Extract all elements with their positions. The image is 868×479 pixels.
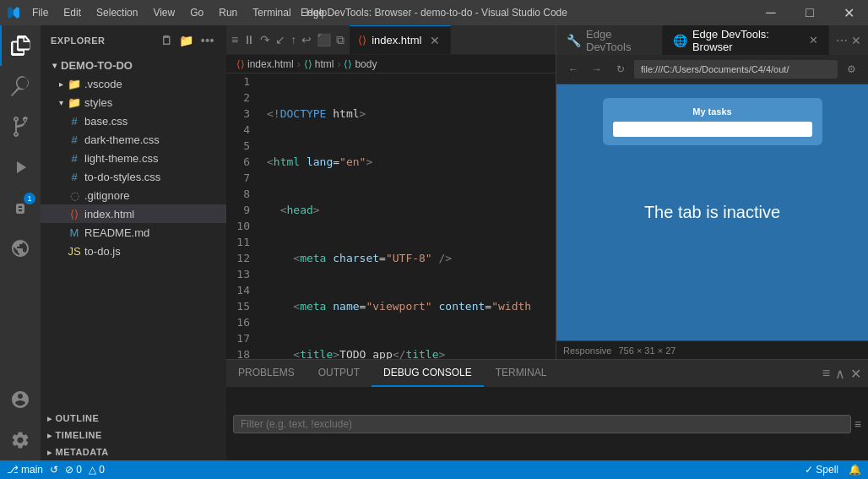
git-branch-status[interactable]: ⎇ main <box>7 464 43 476</box>
bell-icon: 🔔 <box>849 464 861 476</box>
split-editor-icon[interactable]: ≡ <box>231 33 238 46</box>
activity-remote-explorer[interactable] <box>0 228 41 269</box>
dark-theme-label: dark-theme.css <box>84 133 160 146</box>
tab-close-button[interactable]: ✕ <box>430 34 440 47</box>
sidebar-item-vscode[interactable]: ▸ 📁 .vscode <box>41 74 226 93</box>
tab-index-html[interactable]: ⟨⟩ index.html ✕ <box>350 25 451 54</box>
sidebar-item-light-theme[interactable]: # light-theme.css <box>41 149 226 167</box>
nav-url-input[interactable] <box>634 60 838 79</box>
project-arrow: ▾ <box>47 61 61 70</box>
notifications-status[interactable]: 🔔 <box>849 464 861 476</box>
activity-explorer[interactable] <box>0 25 41 66</box>
css-icon: # <box>68 115 81 128</box>
devtools-content: My tasks The tab is inactive Responsive … <box>556 84 868 359</box>
sync-status[interactable]: ↺ <box>50 464 58 476</box>
terminal-label: TERMINAL <box>496 367 547 378</box>
nav-forward-button[interactable]: → <box>587 59 607 79</box>
breadcrumb-sep-2: › <box>337 58 340 70</box>
code-content[interactable]: <!DOCTYPE html> <html lang="en"> <head> … <box>260 73 556 359</box>
sidebar-item-dark-theme[interactable]: # dark-theme.css <box>41 130 226 149</box>
stop-icon[interactable]: ⬛ <box>317 33 331 46</box>
new-folder-icon[interactable]: 📁 <box>177 32 196 49</box>
activity-settings[interactable] <box>0 420 41 460</box>
project-root[interactable]: ▾ DEMO-TO-DO <box>41 56 226 74</box>
maximize-panel-icon[interactable]: ∧ <box>835 366 845 382</box>
devtools-tab-devtools[interactable]: 🔧 Edge DevTools <box>556 25 663 55</box>
menu-go[interactable]: Go <box>183 5 210 20</box>
nav-back-button[interactable]: ← <box>563 59 583 79</box>
sidebar-item-styles[interactable]: ▾ 📁 styles <box>41 93 226 112</box>
bottom-content: ≡ <box>226 387 868 460</box>
filter-settings-icon[interactable]: ≡ <box>854 417 861 431</box>
devtools-tab-browser[interactable]: 🌐 Edge DevTools: Browser ✕ <box>663 25 829 55</box>
metadata-section[interactable]: ▸ METADATA <box>41 444 226 460</box>
menu-file[interactable]: File <box>25 5 55 20</box>
activity-accounts[interactable] <box>0 379 41 420</box>
more-actions-icon[interactable]: ••• <box>199 32 216 49</box>
output-label: OUTPUT <box>318 367 360 378</box>
sidebar-item-gitignore[interactable]: ◌ .gitignore <box>41 186 226 204</box>
editor-tab-bar: ≡ ⏸ ↷ ↙ ↑ ↩ ⬛ ⧉ ⟨⟩ index.html ✕ <box>226 25 556 55</box>
check-icon: ✓ <box>805 464 813 476</box>
timeline-section[interactable]: ▸ TIMELINE <box>41 427 226 444</box>
bottom-tab-debug-console[interactable]: DEBUG CONSOLE <box>372 360 484 387</box>
menu-run[interactable]: Run <box>212 5 244 20</box>
customize-icon[interactable]: ⋯ <box>836 34 848 47</box>
outline-section[interactable]: ▸ OUTLINE <box>41 410 226 427</box>
step-out-icon[interactable]: ↑ <box>290 33 296 46</box>
activity-run-debug[interactable] <box>0 147 41 188</box>
dark-css-icon: # <box>68 133 81 146</box>
styles-folder-icon: 📁 <box>68 96 81 109</box>
menu-view[interactable]: View <box>146 5 182 20</box>
js-icon: JS <box>68 245 81 258</box>
console-settings-icon[interactable]: ≡ <box>822 366 830 381</box>
warnings-status[interactable]: △ 0 <box>89 464 105 476</box>
bottom-tab-output[interactable]: OUTPUT <box>307 360 372 387</box>
pause-icon[interactable]: ⏸ <box>243 33 255 46</box>
menu-edit[interactable]: Edit <box>57 5 88 20</box>
menu-terminal[interactable]: Terminal <box>246 5 297 20</box>
sidebar-item-todo-js[interactable]: JS to-do.js <box>41 242 226 260</box>
step-over-icon[interactable]: ↷ <box>260 33 270 46</box>
close-button[interactable]: ✕ <box>829 0 868 25</box>
inactive-message: The tab is inactive <box>644 203 780 222</box>
filter-input[interactable] <box>233 415 851 433</box>
sidebar-item-base-css[interactable]: # base.css <box>41 112 226 130</box>
title-bar-left: File Edit Selection View Go Run Terminal… <box>7 5 334 20</box>
activity-bar: 1 <box>0 25 41 460</box>
sidebar-header: Explorer 🗒 📁 ••• <box>41 25 226 56</box>
activity-source-control[interactable] <box>0 106 41 147</box>
devtools-panel: 🔧 Edge DevTools 🌐 Edge DevTools: Browser… <box>556 25 868 359</box>
devtools-open-icon[interactable]: ⧉ <box>336 33 344 47</box>
nav-refresh-button[interactable]: ↻ <box>610 59 631 79</box>
activity-search[interactable] <box>0 66 41 106</box>
sidebar-item-index-html[interactable]: ⟨⟩ index.html <box>41 204 226 223</box>
status-bar-left: ⎇ main ↺ ⊘ 0 △ 0 <box>7 464 105 476</box>
metadata-label: METADATA <box>56 447 109 457</box>
timeline-arrow: ▸ <box>47 431 52 440</box>
responsive-label[interactable]: Responsive <box>563 346 611 356</box>
menu-selection[interactable]: Selection <box>90 5 144 20</box>
errors-status[interactable]: ⊘ 0 <box>65 464 82 476</box>
maximize-button[interactable]: □ <box>790 0 829 25</box>
step-into-icon[interactable]: ↙ <box>275 33 285 46</box>
devtools-panel-close[interactable]: ✕ <box>851 34 861 47</box>
close-panel-icon[interactable]: ✕ <box>850 366 861 382</box>
nav-settings-icon[interactable]: ⚙ <box>841 59 861 79</box>
bottom-tab-problems[interactable]: PROBLEMS <box>226 360 307 387</box>
browser-tab-close[interactable]: ✕ <box>809 34 818 46</box>
new-file-icon[interactable]: 🗒 <box>159 32 175 49</box>
restart-icon[interactable]: ↩ <box>301 33 312 46</box>
activity-extensions[interactable]: 1 <box>0 188 41 228</box>
code-editor[interactable]: 12345 678910 1112131415 16171819 <!DOCTY… <box>226 73 556 359</box>
sidebar-item-readme[interactable]: M README.md <box>41 223 226 242</box>
minimize-button[interactable]: ─ <box>751 0 790 25</box>
devtools-tab-label: Edge DevTools <box>586 28 652 53</box>
breadcrumb-html-icon[interactable]: ⟨⟩ index.html <box>236 58 294 70</box>
editor-area: ≡ ⏸ ↷ ↙ ↑ ↩ ⬛ ⧉ ⟨⟩ index.html ✕ <box>226 25 556 359</box>
breadcrumb-body[interactable]: ⟨⟩ body <box>344 58 377 70</box>
bottom-tab-terminal[interactable]: TERMINAL <box>484 360 559 387</box>
breadcrumb-html[interactable]: ⟨⟩ html <box>304 58 334 70</box>
spell-status[interactable]: ✓ Spell <box>805 464 838 476</box>
sidebar-item-todo-styles[interactable]: # to-do-styles.css <box>41 167 226 186</box>
